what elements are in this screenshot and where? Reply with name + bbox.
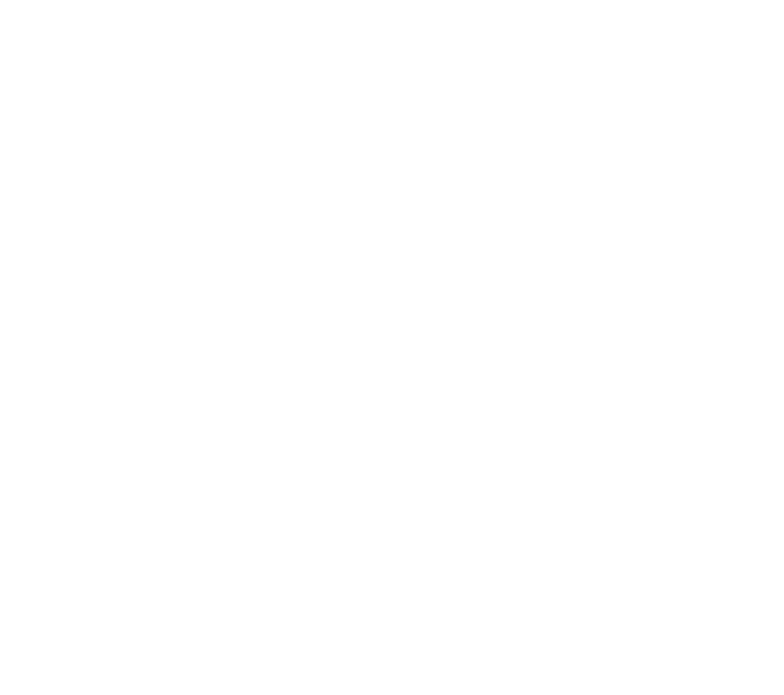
wiring-diagram	[0, 0, 784, 695]
